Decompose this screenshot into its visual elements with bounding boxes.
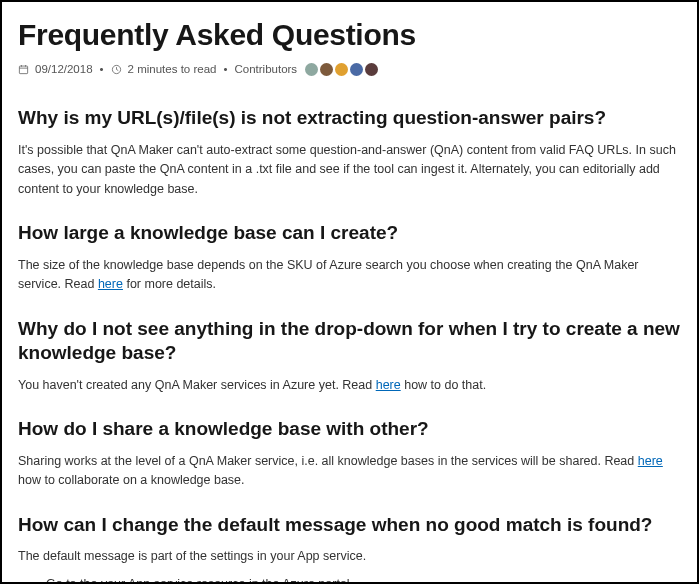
faq-answer: Sharing works at the level of a QnA Make… xyxy=(18,452,681,491)
meta-date: 09/12/2018 xyxy=(35,61,93,78)
faq-link[interactable]: here xyxy=(376,378,401,392)
faq-answer-text: The default message is part of the setti… xyxy=(18,549,366,563)
faq-link[interactable]: here xyxy=(638,454,663,468)
contributor-avatar[interactable] xyxy=(365,63,378,76)
faq-answer-text: It's possible that QnA Maker can't auto-… xyxy=(18,143,676,196)
faq-answer-text: how to do that. xyxy=(401,378,486,392)
contributor-avatar[interactable] xyxy=(320,63,333,76)
faq-link[interactable]: here xyxy=(98,277,123,291)
faq-question: How can I change the default message whe… xyxy=(18,513,681,538)
faq-question: Why is my URL(s)/file(s) is not extracti… xyxy=(18,106,681,131)
faq-question: How do I share a knowledge base with oth… xyxy=(18,417,681,442)
faq-answer: The default message is part of the setti… xyxy=(18,547,681,566)
contributor-avatar[interactable] xyxy=(305,63,318,76)
faq-answer: You haven't created any QnA Maker servic… xyxy=(18,376,681,395)
contributors-avatars xyxy=(305,63,378,76)
meta-contributors-label: Contributors xyxy=(234,61,297,78)
clock-icon xyxy=(111,64,122,75)
contributor-avatar[interactable] xyxy=(350,63,363,76)
faq-answer-text: for more details. xyxy=(123,277,216,291)
faq-answer-text: Sharing works at the level of a QnA Make… xyxy=(18,454,638,468)
page-title: Frequently Asked Questions xyxy=(18,12,681,57)
faq-bullet-item: Go to the your App service resource in t… xyxy=(46,575,681,584)
meta-read-time: 2 minutes to read xyxy=(128,61,217,78)
faq-question: Why do I not see anything in the drop-do… xyxy=(18,317,681,366)
faq-question: How large a knowledge base can I create? xyxy=(18,221,681,246)
faq-answer: The size of the knowledge base depends o… xyxy=(18,256,681,295)
svg-rect-0 xyxy=(19,66,27,74)
svg-line-6 xyxy=(116,70,118,71)
faq-answer-text: how to collaborate on a knowledge base. xyxy=(18,473,245,487)
meta-separator: • xyxy=(100,61,104,78)
meta-separator: • xyxy=(223,61,227,78)
calendar-icon xyxy=(18,64,29,75)
faq-bullet-list: Go to the your App service resource in t… xyxy=(46,575,681,584)
faq-answer-text: You haven't created any QnA Maker servic… xyxy=(18,378,376,392)
contributor-avatar[interactable] xyxy=(335,63,348,76)
faq-answer: It's possible that QnA Maker can't auto-… xyxy=(18,141,681,199)
page-meta: 09/12/2018 • 2 minutes to read • Contrib… xyxy=(18,61,681,78)
